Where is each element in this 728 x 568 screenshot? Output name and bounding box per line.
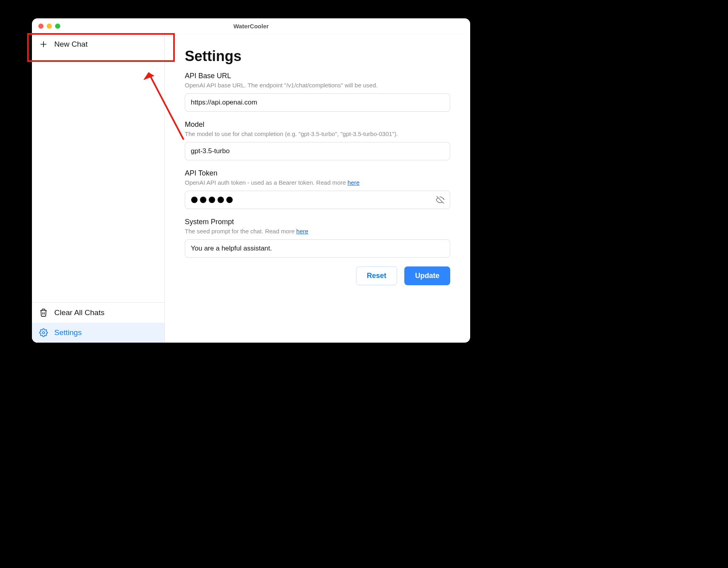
sidebar-top: New Chat (32, 34, 164, 302)
api-token-input[interactable] (185, 191, 450, 209)
app-body: New Chat Clear All Chats Settings (32, 34, 470, 343)
system-prompt-label: System Prompt (185, 218, 450, 226)
system-prompt-help-link[interactable]: here (296, 228, 308, 235)
gear-icon (39, 328, 48, 337)
settings-nav-button[interactable]: Settings (32, 323, 164, 343)
toggle-visibility-icon[interactable] (436, 195, 445, 204)
api-token-help: OpenAI API auth token - used as a Bearer… (185, 178, 450, 187)
model-input[interactable] (185, 142, 450, 160)
api-token-help-text: OpenAI API auth token - used as a Bearer… (185, 179, 348, 186)
clear-all-chats-button[interactable]: Clear All Chats (32, 303, 164, 323)
app-window: WaterCooler New Chat Clear All Chats (32, 18, 470, 343)
api-base-url-help: OpenAI API base URL. The endpoint "/v1/c… (185, 81, 450, 89)
api-token-field: API Token OpenAI API auth token - used a… (185, 169, 450, 209)
settings-heading: Settings (185, 48, 450, 65)
titlebar: WaterCooler (32, 18, 470, 34)
plus-icon (39, 40, 48, 49)
system-prompt-input[interactable] (185, 239, 450, 258)
model-field: Model The model to use for chat completi… (185, 120, 450, 160)
update-button[interactable]: Update (404, 266, 450, 285)
system-prompt-field: System Prompt The seed prompt for the ch… (185, 218, 450, 258)
api-token-help-link[interactable]: here (348, 179, 360, 186)
trash-icon (39, 308, 48, 317)
clear-all-label: Clear All Chats (54, 308, 105, 317)
api-token-input-wrap (185, 191, 450, 209)
system-prompt-help-text: The seed prompt for the chat. Read more (185, 228, 296, 235)
close-window-button[interactable] (38, 24, 44, 29)
settings-panel: Settings API Base URL OpenAI API base UR… (165, 34, 470, 343)
model-label: Model (185, 120, 450, 129)
sidebar-bottom: Clear All Chats Settings (32, 302, 164, 343)
reset-button[interactable]: Reset (356, 266, 397, 285)
svg-point-4 (42, 331, 45, 334)
new-chat-label: New Chat (54, 40, 87, 49)
traffic-lights (32, 24, 60, 29)
svg-line-5 (437, 196, 444, 203)
sidebar: New Chat Clear All Chats Settings (32, 34, 165, 343)
api-base-url-label: API Base URL (185, 72, 450, 80)
api-base-url-input[interactable] (185, 93, 450, 112)
settings-nav-label: Settings (54, 328, 82, 337)
settings-actions: Reset Update (185, 266, 450, 285)
model-help: The model to use for chat completion (e.… (185, 130, 450, 138)
system-prompt-help: The seed prompt for the chat. Read more … (185, 227, 450, 235)
zoom-window-button[interactable] (55, 24, 60, 29)
window-title: WaterCooler (32, 23, 470, 30)
api-base-url-field: API Base URL OpenAI API base URL. The en… (185, 72, 450, 112)
api-token-label: API Token (185, 169, 450, 178)
minimize-window-button[interactable] (47, 24, 52, 29)
new-chat-button[interactable]: New Chat (32, 34, 164, 54)
